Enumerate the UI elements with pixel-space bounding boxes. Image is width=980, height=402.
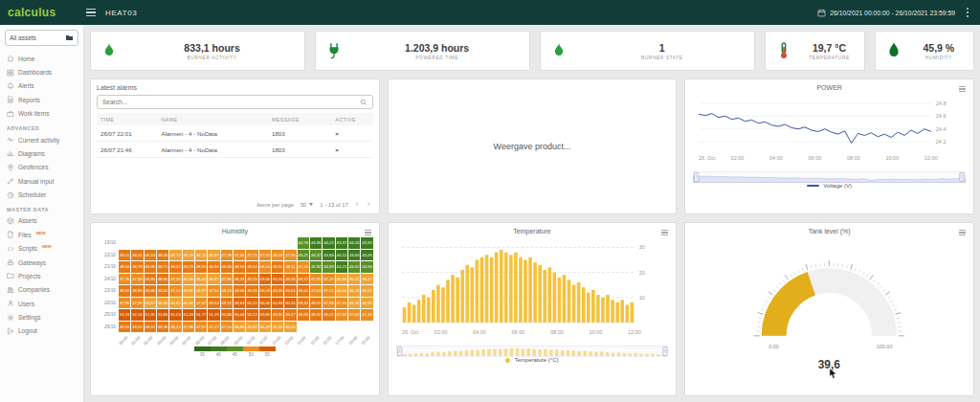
- chart-context-menu-icon[interactable]: [660, 229, 669, 236]
- items-per-page-label: Items per page: [256, 202, 294, 208]
- svg-text:04:00: 04:00: [769, 155, 783, 161]
- sidebar-item-current-activity[interactable]: Current activity: [0, 133, 83, 146]
- panel-humidity: Humidity 19/1044,7643,9544,2143,3744,164…: [90, 222, 380, 396]
- heatmap-cell: 44,94: [361, 261, 372, 273]
- heatmap-column-label: 17:00: [336, 333, 347, 346]
- sidebar-item-settings[interactable]: Settings: [0, 310, 83, 324]
- column-header-message[interactable]: MESSAGE: [268, 113, 331, 125]
- heatmap-cell: 48,15: [221, 285, 233, 297]
- heatmap-color-legend: 3540455055: [97, 346, 373, 357]
- heatmap-row-label: 24/10: [97, 274, 118, 285]
- new-badge: NEW: [36, 231, 46, 235]
- heatmap-cell: 46,84: [336, 274, 347, 285]
- date-range-picker[interactable]: 26/10/2021 00:00:00 - 26/10/2021 23:59:5…: [817, 9, 955, 17]
- previous-page-button[interactable]: ‹: [355, 200, 360, 209]
- heatmap-cell: 48,61: [310, 298, 322, 309]
- svg-text:10: 10: [638, 295, 644, 301]
- legend-segment: 45: [227, 346, 243, 357]
- sidebar-item-label: Scheduler: [18, 191, 46, 198]
- column-header-time[interactable]: TIME: [97, 113, 158, 125]
- chart-context-menu-icon[interactable]: [958, 229, 967, 236]
- heatmap-cell: 49,12: [221, 298, 233, 309]
- heatmap-cell: 46,12: [195, 250, 207, 261]
- sidebar-section-header: MASTER DATA: [0, 202, 83, 214]
- sidebar-item-gateways[interactable]: Gateways: [0, 256, 83, 269]
- alarm-row[interactable]: 26/07 22:01Alarmen - 4 - NoData1803×: [97, 125, 373, 142]
- sidebar-item-users[interactable]: Users: [0, 297, 83, 310]
- heatmap-cell: 48,82: [119, 285, 130, 297]
- sidebar-item-geofences[interactable]: Geofences: [0, 161, 83, 174]
- heatmap-cell: 46,05: [284, 322, 296, 333]
- heatmap-column-label: 00:00: [119, 333, 130, 346]
- sidebar-item-label: Assets: [18, 217, 37, 224]
- sidebar-item-scripts[interactable]: ScriptsNEW: [0, 242, 83, 256]
- sidebar-item-alerts[interactable]: Alerts: [0, 79, 83, 93]
- heatmap-column-label: 05:00: [183, 333, 194, 346]
- heatmap-cell: 48,95: [145, 261, 156, 273]
- heatmap-cell: 44,83: [323, 261, 334, 273]
- sidebar-item-work-items[interactable]: Work items: [0, 107, 83, 121]
- logout-icon: [7, 327, 14, 335]
- search-icon[interactable]: [360, 99, 368, 106]
- sidebar-section-header: ADVANCED: [0, 121, 83, 133]
- home-icon: [7, 55, 14, 62]
- menu-toggle-icon[interactable]: [84, 7, 98, 18]
- kpi-label: POWERED TIME: [348, 56, 525, 60]
- temperature-chart-navigator[interactable]: [396, 344, 669, 355]
- heatmap-cell: 44,21: [336, 261, 347, 273]
- new-badge: NEW: [42, 244, 52, 249]
- heatmap-cell: 47,62: [259, 250, 271, 261]
- heatmap-row-label: 21/10: [97, 261, 118, 273]
- heatmap-cell: 46,86: [234, 322, 245, 333]
- heatmap-row-label: 20/10: [97, 298, 118, 309]
- calendar-icon: [817, 9, 826, 17]
- power-chart-navigator[interactable]: [693, 169, 966, 181]
- sidebar-item-home[interactable]: Home: [0, 52, 83, 65]
- sidebar-item-diagrams[interactable]: Diagrams: [0, 146, 83, 160]
- sidebar-item-reports[interactable]: Reports: [0, 93, 83, 106]
- gauge-max-label: 100.00: [877, 344, 893, 349]
- heatmap-cell: 44,16: [348, 237, 360, 249]
- alarms-search-box: [97, 95, 373, 109]
- sidebar-item-label: Alerts: [18, 82, 34, 89]
- dashboards-icon: [7, 69, 14, 77]
- temperature-legend[interactable]: Temperature (°C): [394, 357, 671, 363]
- search-input[interactable]: [102, 99, 360, 105]
- svg-text:04:00: 04:00: [473, 329, 486, 335]
- sidebar-item-dashboards[interactable]: Dashboards: [0, 65, 83, 78]
- column-header-active[interactable]: ACTIVE: [331, 113, 372, 125]
- items-per-page-select[interactable]: 50: [301, 202, 313, 208]
- heatmap-cell: 48,94: [298, 309, 309, 321]
- date-range-text: 26/10/2021 00:00:00 - 26/10/2021 23:59:5…: [830, 10, 955, 16]
- chart-context-menu-icon[interactable]: [958, 85, 967, 93]
- column-header-name[interactable]: NAME: [158, 113, 268, 125]
- heatmap-cell: 46,92: [183, 285, 194, 297]
- app-logo[interactable]: calculus: [8, 6, 77, 19]
- heatmap-cell: 48,94: [234, 261, 245, 273]
- sidebar-item-label: Dashboards: [18, 69, 52, 76]
- next-page-button[interactable]: ›: [367, 200, 371, 209]
- svg-text:06:00: 06:00: [511, 329, 524, 335]
- chart-context-menu-icon[interactable]: [364, 229, 372, 236]
- heatmap-cell: 43,63: [348, 250, 360, 261]
- sidebar-item-manual-input[interactable]: Manual input: [0, 174, 83, 188]
- sidebar-item-scheduler[interactable]: Scheduler: [0, 188, 83, 201]
- sidebar-item-companies[interactable]: Companies: [0, 283, 83, 297]
- sidebar-item-files[interactable]: FilesNEW: [0, 228, 83, 241]
- panel-product-view: Weergave product...: [388, 78, 678, 214]
- heatmap-cell: 43,92: [361, 237, 372, 249]
- heatmap-cell: 48,66: [234, 285, 245, 297]
- heatmap-cell: [169, 237, 181, 249]
- sidebar-item-projects[interactable]: Projects: [0, 269, 83, 282]
- heatmap-cell: 47,84: [221, 274, 233, 285]
- kpi-label: BURNER ACTIVITY: [123, 56, 301, 60]
- heatmap-cell: 49,11: [119, 250, 130, 261]
- sidebar-item-logout[interactable]: Logout: [0, 324, 83, 338]
- heatmap-cell: 47,54: [208, 285, 219, 297]
- power-legend[interactable]: Voltage (V): [691, 183, 968, 189]
- sidebar: All assets HomeDashboardsAlertsReportsWo…: [0, 25, 84, 402]
- asset-selector[interactable]: All assets: [5, 30, 78, 46]
- sidebar-item-assets[interactable]: Assets: [0, 214, 83, 228]
- alarm-row[interactable]: 26/07 21:46Alarmen - 4 - NoData1803×: [97, 142, 373, 158]
- topbar-kebab-menu-icon[interactable]: [963, 7, 972, 17]
